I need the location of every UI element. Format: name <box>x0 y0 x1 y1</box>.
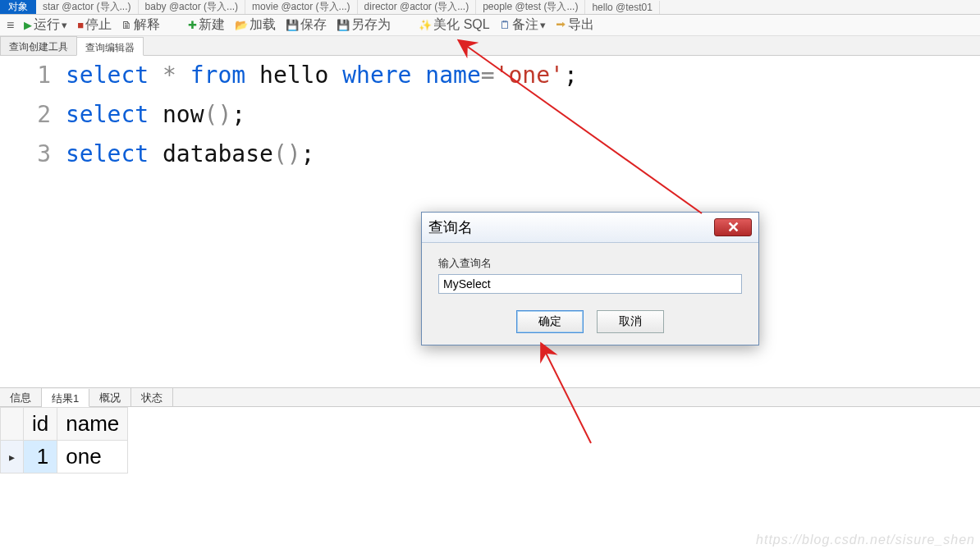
stop-button[interactable]: ■停止 <box>74 15 115 35</box>
export-icon: ⮕ <box>556 19 566 31</box>
export-button[interactable]: ⮕导出 <box>552 15 598 35</box>
cancel-button[interactable]: 取消 <box>597 310 664 333</box>
stop-icon: ■ <box>77 19 84 31</box>
column-header-name[interactable]: name <box>57 408 128 441</box>
beautify-sql-button[interactable]: ✨美化 SQL <box>415 15 492 35</box>
note-icon: 🗒 <box>500 19 511 31</box>
saveas-label: 另存为 <box>351 16 391 34</box>
dropdown-icon: ▾ <box>540 19 546 31</box>
explain-button[interactable]: 🗎解释 <box>118 15 163 35</box>
dialog-title-text: 查询名 <box>428 217 473 237</box>
dialog-actions: 确定 取消 <box>422 302 758 345</box>
line-number: 1 <box>0 56 66 95</box>
save-icon: 💾 <box>286 19 299 31</box>
play-icon: ▶ <box>24 19 32 31</box>
object-tab-movie[interactable]: movie @actor (导入...) <box>245 0 358 15</box>
tab-query-editor[interactable]: 查询编辑器 <box>76 37 144 56</box>
close-button[interactable]: ✕ <box>714 218 752 236</box>
saveas-icon: 💾 <box>337 19 350 31</box>
run-button[interactable]: ▶运行▾ <box>21 15 71 35</box>
line-number: 3 <box>0 135 66 174</box>
object-tab-bar: 对象 star @actor (导入...) baby @actor (导入..… <box>0 0 980 15</box>
tab-status[interactable]: 状态 <box>131 388 173 406</box>
object-tab-director[interactable]: director @actor (导入...) <box>358 0 477 15</box>
toolbar-row: ≡ ▶运行▾ ■停止 🗎解释 ✚新建 📂加载 💾保存 💾另存为 ✨美化 SQL … <box>0 15 980 36</box>
cell-id[interactable]: 1 <box>24 441 57 474</box>
column-header-id[interactable]: id <box>24 408 57 441</box>
sparkle-icon: ✨ <box>419 19 432 31</box>
dialog-body: 输入查询名 <box>422 243 758 302</box>
hamburger-icon[interactable]: ≡ <box>0 18 21 33</box>
line-number: 2 <box>0 95 66 135</box>
watermark-text: https://blog.csdn.net/sisure_shen <box>756 533 975 547</box>
load-button[interactable]: 📂加载 <box>231 15 279 35</box>
folder-icon: 📂 <box>235 19 248 31</box>
beautify-label: 美化 SQL <box>433 16 489 34</box>
export-label: 导出 <box>568 16 594 34</box>
row-marker-header <box>1 408 24 441</box>
object-tab-hello[interactable]: hello @test01 <box>585 1 660 14</box>
cell-name[interactable]: one <box>57 441 128 474</box>
run-label: 运行 <box>34 16 60 34</box>
new-label: 新建 <box>199 16 225 34</box>
object-tab-people[interactable]: people @test (导入...) <box>476 0 585 15</box>
code-line-content[interactable]: select * from hello where name='one'; <box>66 56 578 95</box>
note-label: 备注 <box>512 16 538 34</box>
dialog-titlebar[interactable]: 查询名 ✕ <box>422 213 758 243</box>
explain-icon: 🗎 <box>121 19 132 31</box>
object-tab-baby[interactable]: baby @actor (导入...) <box>139 0 246 15</box>
object-tab-selected[interactable]: 对象 <box>0 0 36 15</box>
tab-result1[interactable]: 结果1 <box>42 389 89 407</box>
query-name-input[interactable] <box>438 274 742 294</box>
note-button[interactable]: 🗒备注▾ <box>497 15 549 35</box>
query-subtabs: 查询创建工具 查询编辑器 <box>0 36 980 56</box>
stop-label: 停止 <box>85 16 112 34</box>
code-line-content[interactable]: select now(); <box>66 95 245 135</box>
row-marker: ▸ <box>1 441 24 474</box>
tab-info[interactable]: 信息 <box>0 388 42 406</box>
ok-button[interactable]: 确定 <box>516 310 584 333</box>
dialog-field-label: 输入查询名 <box>438 256 742 271</box>
saveas-button[interactable]: 💾另存为 <box>333 15 394 35</box>
save-query-dialog: 查询名 ✕ 输入查询名 确定 取消 <box>421 212 759 345</box>
load-label: 加载 <box>250 16 276 34</box>
object-tab-star[interactable]: star @actor (导入...) <box>36 0 139 15</box>
tab-profile[interactable]: 概况 <box>89 388 131 406</box>
close-icon: ✕ <box>727 218 740 236</box>
result-grid[interactable]: id name ▸ 1 one <box>0 407 980 474</box>
result-tab-bar: 信息 结果1 概况 状态 <box>0 387 980 407</box>
dropdown-icon: ▾ <box>62 19 67 31</box>
new-icon: ✚ <box>188 19 197 31</box>
code-line-content[interactable]: select database(); <box>66 135 314 174</box>
save-button[interactable]: 💾保存 <box>282 15 330 35</box>
save-label: 保存 <box>300 16 327 34</box>
table-row[interactable]: ▸ 1 one <box>1 441 128 474</box>
new-button[interactable]: ✚新建 <box>185 15 228 35</box>
explain-label: 解释 <box>134 16 160 34</box>
tab-query-builder[interactable]: 查询创建工具 <box>0 36 77 55</box>
toolbar: ▶运行▾ ■停止 🗎解释 ✚新建 📂加载 💾保存 💾另存为 ✨美化 SQL 🗒备… <box>21 15 980 35</box>
